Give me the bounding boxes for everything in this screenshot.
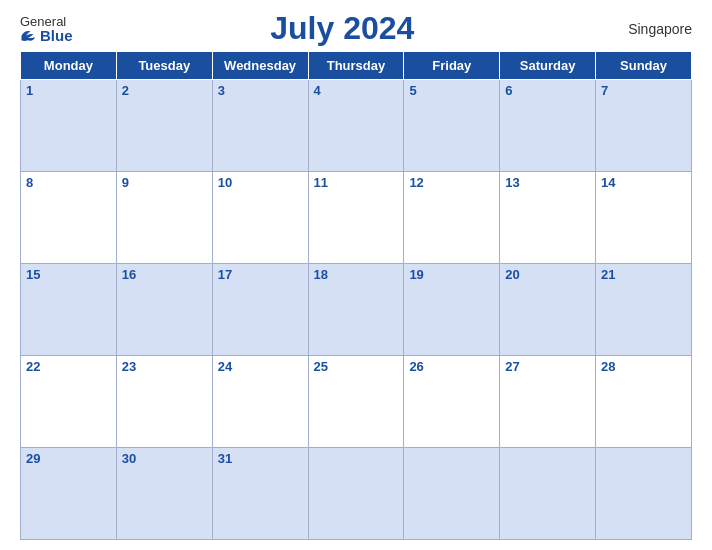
day-number: 15 <box>26 267 40 282</box>
calendar-title: July 2024 <box>270 10 414 47</box>
calendar-day-cell: 13 <box>500 172 596 264</box>
calendar-week-row: 15161718192021 <box>21 264 692 356</box>
calendar-day-cell: 22 <box>21 356 117 448</box>
calendar-week-row: 293031 <box>21 448 692 540</box>
calendar-day-cell: 27 <box>500 356 596 448</box>
calendar-day-cell <box>308 448 404 540</box>
calendar-week-row: 22232425262728 <box>21 356 692 448</box>
day-number: 14 <box>601 175 615 190</box>
calendar-day-cell: 7 <box>596 80 692 172</box>
calendar-day-cell: 15 <box>21 264 117 356</box>
day-number: 1 <box>26 83 33 98</box>
day-number: 8 <box>26 175 33 190</box>
calendar-day-cell: 24 <box>212 356 308 448</box>
day-number: 9 <box>122 175 129 190</box>
logo-general-text: General <box>20 15 66 28</box>
calendar-day-cell: 9 <box>116 172 212 264</box>
logo-blue-text: Blue <box>20 28 73 43</box>
day-number: 10 <box>218 175 232 190</box>
day-number: 6 <box>505 83 512 98</box>
day-number: 18 <box>314 267 328 282</box>
calendar-day-cell: 21 <box>596 264 692 356</box>
calendar-day-cell: 28 <box>596 356 692 448</box>
day-number: 5 <box>409 83 416 98</box>
calendar-day-cell: 10 <box>212 172 308 264</box>
region-label: Singapore <box>612 21 692 37</box>
weekday-header-cell: Saturday <box>500 52 596 80</box>
day-number: 28 <box>601 359 615 374</box>
calendar-day-cell: 26 <box>404 356 500 448</box>
day-number: 25 <box>314 359 328 374</box>
calendar-week-row: 891011121314 <box>21 172 692 264</box>
day-number: 4 <box>314 83 321 98</box>
calendar-day-cell: 16 <box>116 264 212 356</box>
calendar-day-cell: 20 <box>500 264 596 356</box>
day-number: 22 <box>26 359 40 374</box>
calendar-day-cell: 6 <box>500 80 596 172</box>
calendar-day-cell: 18 <box>308 264 404 356</box>
weekday-header-cell: Sunday <box>596 52 692 80</box>
calendar-day-cell: 25 <box>308 356 404 448</box>
calendar-day-cell: 31 <box>212 448 308 540</box>
logo: General Blue <box>20 15 73 43</box>
day-number: 27 <box>505 359 519 374</box>
calendar-day-cell <box>596 448 692 540</box>
calendar-day-cell: 2 <box>116 80 212 172</box>
weekday-header-cell: Monday <box>21 52 117 80</box>
weekday-header-cell: Thursday <box>308 52 404 80</box>
day-number: 13 <box>505 175 519 190</box>
day-number: 19 <box>409 267 423 282</box>
calendar-day-cell: 23 <box>116 356 212 448</box>
calendar-day-cell: 17 <box>212 264 308 356</box>
day-number: 31 <box>218 451 232 466</box>
calendar-body: 1234567891011121314151617181920212223242… <box>21 80 692 540</box>
day-number: 21 <box>601 267 615 282</box>
calendar-day-cell: 4 <box>308 80 404 172</box>
calendar-header: MondayTuesdayWednesdayThursdayFridaySatu… <box>21 52 692 80</box>
calendar-day-cell <box>500 448 596 540</box>
calendar-day-cell: 8 <box>21 172 117 264</box>
day-number: 30 <box>122 451 136 466</box>
day-number: 16 <box>122 267 136 282</box>
day-number: 26 <box>409 359 423 374</box>
day-number: 2 <box>122 83 129 98</box>
weekday-header-cell: Friday <box>404 52 500 80</box>
day-number: 11 <box>314 175 328 190</box>
calendar-day-cell: 11 <box>308 172 404 264</box>
calendar-table: MondayTuesdayWednesdayThursdayFridaySatu… <box>20 51 692 540</box>
day-number: 12 <box>409 175 423 190</box>
calendar-day-cell: 19 <box>404 264 500 356</box>
weekday-header-cell: Wednesday <box>212 52 308 80</box>
weekday-header-cell: Tuesday <box>116 52 212 80</box>
day-number: 17 <box>218 267 232 282</box>
page-header: General Blue July 2024 Singapore <box>20 10 692 47</box>
logo-bird-icon <box>20 28 38 42</box>
calendar-day-cell: 12 <box>404 172 500 264</box>
day-number: 24 <box>218 359 232 374</box>
calendar-day-cell: 1 <box>21 80 117 172</box>
day-number: 29 <box>26 451 40 466</box>
day-number: 23 <box>122 359 136 374</box>
weekday-header-row: MondayTuesdayWednesdayThursdayFridaySatu… <box>21 52 692 80</box>
calendar-day-cell: 3 <box>212 80 308 172</box>
calendar-day-cell: 29 <box>21 448 117 540</box>
day-number: 7 <box>601 83 608 98</box>
calendar-week-row: 1234567 <box>21 80 692 172</box>
calendar-day-cell: 30 <box>116 448 212 540</box>
day-number: 20 <box>505 267 519 282</box>
calendar-day-cell: 5 <box>404 80 500 172</box>
calendar-day-cell <box>404 448 500 540</box>
calendar-day-cell: 14 <box>596 172 692 264</box>
day-number: 3 <box>218 83 225 98</box>
